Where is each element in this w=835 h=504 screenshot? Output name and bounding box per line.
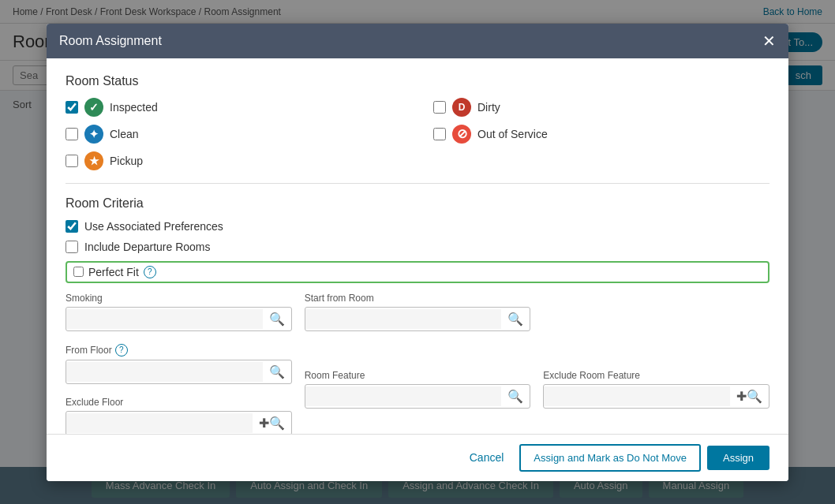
from-floor-label: From Floor ? [66,344,292,357]
inspected-checkbox-item[interactable]: ✓ Inspected [66,98,402,117]
smoking-input-wrap: 🔍 [66,307,292,331]
smoking-input[interactable] [66,309,263,329]
room-criteria-section: Room Criteria Use Associated Preferences… [66,196,769,434]
out-of-service-icon: ⊘ [452,125,471,144]
use-prefs-label: Use Associated Preferences [84,220,223,233]
from-floor-help-icon[interactable]: ? [115,344,128,357]
cancel-button[interactable]: Cancel [460,445,514,470]
exclude-floor-field-group: Exclude Floor ✚🔍 [66,397,292,434]
exclude-room-feature-label: Exclude Room Feature [543,370,769,381]
pickup-icon: ★ [84,151,103,170]
perfect-fit-label: Perfect Fit [88,266,139,278]
assign-dnm-button[interactable]: Assign and Mark as Do Not Move [519,444,701,472]
modal-body: Room Status ✓ Inspected D Dirty [47,58,788,434]
inspected-checkbox[interactable] [66,101,78,114]
criteria-fields: Smoking 🔍 From Floor ? [66,293,769,434]
perfect-fit-help-icon[interactable]: ? [144,266,156,278]
smoking-label: Smoking [66,293,292,304]
pickup-checkbox-item[interactable]: ★ Pickup [66,151,402,170]
criteria-checkboxes: Use Associated Preferences Include Depar… [66,220,769,283]
perfect-fit-checkbox[interactable] [73,267,84,277]
start-from-room-field-group: Start from Room 🔍 [305,293,531,358]
modal-overlay: Room Assignment ✕ Room Status ✓ Inspecte… [0,0,835,504]
departure-rooms-label: Include Departure Rooms [84,241,211,253]
clean-checkbox-item[interactable]: ✦ Clean [66,125,402,144]
background-page: Home / Front Desk / Front Desk Workspace… [0,0,835,504]
room-feature-field-group: Room Feature 🔍 [305,370,531,434]
clean-label: Clean [110,128,139,140]
departure-rooms-checkbox[interactable] [66,241,78,253]
room-criteria-title: Room Criteria [66,196,769,211]
out-of-service-label: Out of Service [477,128,548,140]
inspected-label: Inspected [110,101,158,114]
exclude-room-feature-input-wrap: ✚🔍 [543,384,769,409]
placeholder-col [543,293,769,358]
pickup-label: Pickup [110,155,143,167]
exclude-floor-label: Exclude Floor [66,397,292,408]
modal-close-button[interactable]: ✕ [762,33,776,49]
dirty-checkbox-item[interactable]: D Dirty [433,98,769,117]
exclude-floor-search-button[interactable]: ✚🔍 [253,412,291,434]
criteria-col-2: Start from Room 🔍 Room Feature [305,293,769,434]
from-floor-input-wrap: 🔍 [66,360,292,384]
dirty-label: Dirty [477,101,500,114]
modal-dialog: Room Assignment ✕ Room Status ✓ Inspecte… [47,24,788,481]
criteria-col-1: Smoking 🔍 From Floor ? [66,293,292,434]
smoking-field-group: Smoking 🔍 [66,293,292,331]
exclude-floor-input-wrap: ✚🔍 [66,411,292,434]
smoking-search-button[interactable]: 🔍 [263,308,291,330]
room-status-grid: ✓ Inspected D Dirty ✦ [66,98,769,170]
modal-footer: Cancel Assign and Mark as Do Not Move As… [47,434,788,481]
use-prefs-item[interactable]: Use Associated Preferences [66,220,769,233]
out-of-service-checkbox[interactable] [433,128,446,140]
from-floor-field-group: From Floor ? 🔍 [66,344,292,384]
clean-checkbox[interactable] [66,128,78,140]
modal-title: Room Assignment [59,34,162,48]
exclude-floor-input[interactable] [66,413,253,433]
exclude-room-feature-search-button[interactable]: ✚🔍 [730,385,769,408]
dirty-icon: D [452,98,471,117]
exclude-room-feature-field-group: Exclude Room Feature ✚🔍 [543,370,769,434]
dirty-checkbox[interactable] [433,101,446,114]
start-from-room-input[interactable] [305,309,502,329]
room-feature-input-wrap: 🔍 [305,384,531,409]
use-prefs-checkbox[interactable] [66,220,78,233]
clean-icon: ✦ [84,125,103,144]
start-from-room-input-wrap: 🔍 [305,307,531,331]
start-from-room-label: Start from Room [305,293,531,304]
room-status-title: Room Status [66,74,769,88]
inspected-icon: ✓ [84,98,103,117]
from-floor-search-button[interactable]: 🔍 [263,360,291,383]
from-floor-input[interactable] [66,362,263,382]
out-of-service-checkbox-item[interactable]: ⊘ Out of Service [433,125,769,144]
modal-header: Room Assignment ✕ [47,24,788,58]
room-status-section: Room Status ✓ Inspected D Dirty [66,74,769,170]
assign-button[interactable]: Assign [707,446,769,470]
exclude-room-feature-input[interactable] [544,386,730,406]
pickup-checkbox[interactable] [66,155,78,167]
start-from-room-search-button[interactable]: 🔍 [501,308,530,330]
room-feature-search-button[interactable]: 🔍 [501,385,530,408]
section-divider-1 [66,183,769,184]
departure-rooms-item[interactable]: Include Departure Rooms [66,241,769,253]
room-feature-label: Room Feature [305,370,531,381]
room-feature-input[interactable] [305,386,502,406]
perfect-fit-item[interactable]: Perfect Fit ? [66,261,769,283]
